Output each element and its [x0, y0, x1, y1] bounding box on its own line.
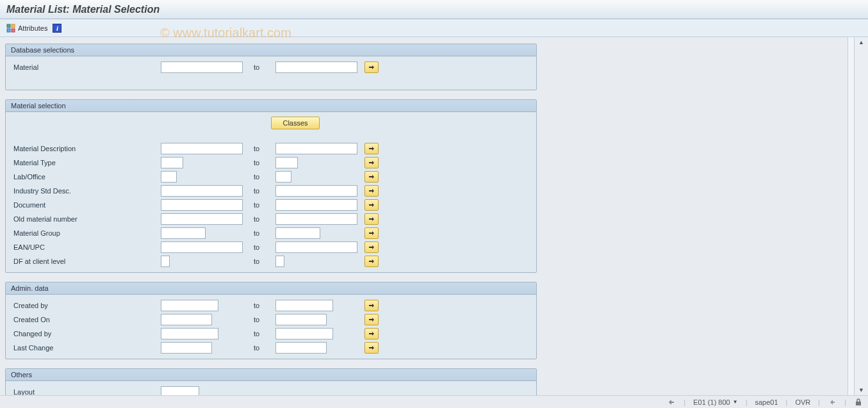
group-database-selections: Database selections Material to	[5, 44, 537, 90]
row-ean-upc: EAN/UPC to	[13, 240, 528, 254]
industry-std-from-input[interactable]	[161, 185, 243, 197]
group-header-admin: Admin. data	[6, 282, 536, 295]
created-by-to-input[interactable]	[275, 300, 333, 311]
title-bar: Material List: Material Selection	[0, 0, 868, 19]
status-mode: OVR	[795, 398, 810, 406]
document-multi-button[interactable]	[364, 199, 379, 211]
material-group-to-input[interactable]	[275, 227, 320, 239]
lab-office-multi-button[interactable]	[364, 171, 379, 183]
status-lock-icon[interactable]	[854, 398, 863, 407]
svg-rect-4	[856, 402, 861, 405]
lab-office-from-input[interactable]	[161, 171, 177, 183]
label-layout: Layout	[13, 388, 161, 395]
material-to-input[interactable]	[275, 61, 357, 73]
material-group-multi-button[interactable]	[364, 227, 379, 239]
arrow-right-icon	[368, 230, 375, 236]
changed-by-multi-button[interactable]	[364, 328, 379, 339]
created-on-to-input[interactable]	[275, 314, 327, 325]
status-system-text: E01 (1) 800	[693, 398, 730, 406]
last-change-multi-button[interactable]	[364, 342, 379, 354]
scroll-up-arrow[interactable]: ▲	[855, 37, 868, 47]
old-material-from-input[interactable]	[161, 213, 243, 225]
group-admin-data: Admin. data Created by to Created On to …	[5, 282, 537, 359]
arrow-right-icon	[368, 244, 375, 250]
ean-upc-multi-button[interactable]	[364, 241, 379, 253]
svg-rect-0	[7, 24, 10, 28]
attributes-button[interactable]: Attributes	[6, 24, 47, 33]
row-created-by: Created by to	[13, 298, 528, 313]
created-on-from-input[interactable]	[161, 314, 212, 325]
arrow-right-icon	[368, 174, 375, 180]
info-icon: i	[53, 24, 61, 33]
df-client-from-input[interactable]	[161, 256, 170, 267]
row-document: Document to	[13, 198, 528, 212]
arrow-right-icon	[368, 145, 375, 152]
to-label: to	[247, 229, 274, 237]
arrow-right-icon	[368, 330, 375, 337]
info-button[interactable]: i	[53, 24, 61, 33]
industry-std-multi-button[interactable]	[364, 185, 379, 197]
to-label: to	[247, 257, 274, 265]
row-material: Material to	[13, 60, 528, 74]
df-client-to-input[interactable]	[275, 256, 284, 267]
to-label: to	[247, 243, 274, 251]
lab-office-to-input[interactable]	[275, 171, 291, 183]
row-changed-by: Changed by to	[13, 327, 528, 341]
status-nav-icon[interactable]	[667, 398, 676, 407]
row-material-description: Material Description to	[13, 142, 528, 156]
group-material-selection: Material selection Classes Material Desc…	[5, 99, 537, 273]
document-from-input[interactable]	[161, 199, 243, 211]
industry-std-to-input[interactable]	[275, 185, 357, 197]
to-label: to	[247, 201, 274, 209]
old-material-multi-button[interactable]	[364, 213, 379, 225]
content-area: Database selections Material to Material…	[0, 37, 868, 395]
label-material-group: Material Group	[13, 229, 161, 237]
document-to-input[interactable]	[275, 199, 357, 211]
scrollbar-secondary[interactable]	[848, 37, 854, 395]
label-industry-std: Industry Std Desc.	[13, 187, 161, 195]
material-desc-to-input[interactable]	[275, 143, 357, 154]
old-material-to-input[interactable]	[275, 213, 357, 225]
created-by-from-input[interactable]	[161, 300, 218, 311]
to-label: to	[247, 159, 274, 167]
changed-by-from-input[interactable]	[161, 328, 218, 339]
layout-input[interactable]	[161, 386, 199, 395]
dropdown-icon: ▼	[733, 399, 738, 405]
row-df-client: DF at client level to	[13, 254, 528, 268]
attributes-label: Attributes	[18, 24, 47, 32]
scroll-down-arrow[interactable]: ▼	[855, 385, 868, 395]
label-created-by: Created by	[13, 302, 161, 309]
svg-rect-1	[12, 24, 15, 28]
label-material-desc: Material Description	[13, 145, 161, 152]
classes-button[interactable]: Classes	[271, 117, 320, 129]
material-from-input[interactable]	[161, 61, 243, 73]
to-label: to	[247, 330, 274, 338]
status-back-icon[interactable]	[828, 398, 837, 407]
changed-by-to-input[interactable]	[275, 328, 333, 339]
ean-upc-from-input[interactable]	[161, 241, 243, 253]
row-material-group: Material Group to	[13, 226, 528, 240]
status-system[interactable]: E01 (1) 800 ▼	[693, 398, 737, 406]
to-label: to	[247, 316, 274, 323]
created-by-multi-button[interactable]	[364, 300, 379, 311]
created-on-multi-button[interactable]	[364, 314, 379, 325]
label-document: Document	[13, 201, 161, 209]
last-change-from-input[interactable]	[161, 342, 212, 354]
material-type-to-input[interactable]	[275, 157, 298, 168]
material-type-from-input[interactable]	[161, 157, 183, 168]
arrow-right-icon	[368, 159, 375, 166]
last-change-to-input[interactable]	[275, 342, 327, 354]
material-group-from-input[interactable]	[161, 227, 206, 239]
row-layout: Layout	[13, 385, 528, 395]
df-client-multi-button[interactable]	[364, 256, 379, 267]
material-type-multi-button[interactable]	[364, 157, 379, 168]
material-desc-from-input[interactable]	[161, 143, 243, 154]
material-desc-multi-button[interactable]	[364, 143, 379, 154]
ean-upc-to-input[interactable]	[275, 241, 357, 253]
group-header-db: Database selections	[6, 44, 536, 56]
svg-rect-2	[7, 29, 10, 32]
arrow-right-icon	[368, 64, 375, 70]
material-multi-button[interactable]	[364, 61, 379, 73]
label-material-type: Material Type	[13, 159, 161, 167]
scrollbar-vertical[interactable]: ▲ ▼	[854, 37, 868, 395]
